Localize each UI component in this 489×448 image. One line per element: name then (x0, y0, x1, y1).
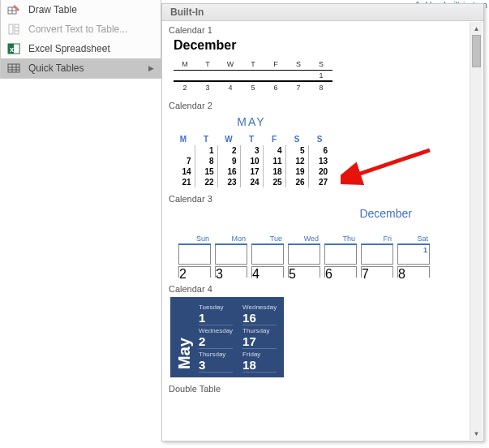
gallery-scrollbar[interactable]: ▲ ▼ (470, 22, 483, 440)
cal2-cell: 18 (263, 166, 285, 177)
cal3-day-column: Mon3 (215, 235, 247, 278)
cal1-cell (287, 71, 310, 82)
cal2-cell: 3 (240, 145, 263, 156)
calendar-2-preview[interactable]: MAY MTWTFSS 1234567891011121314151617181… (172, 115, 477, 187)
calendar-1-preview[interactable]: December MTWTFSS 1 2345678 (174, 38, 477, 93)
cal3-day-box: 3 (215, 266, 247, 278)
cal2-header: W (217, 133, 240, 145)
cal1-cell (219, 71, 242, 82)
scroll-thumb[interactable] (472, 35, 481, 67)
quick-tables-icon (7, 62, 20, 75)
calendar-4-preview[interactable]: May Tuesday1Wednesday2Thursday3 Wednesda… (170, 297, 284, 377)
cal2-header: T (195, 133, 217, 145)
cal3-day-header: Fri (361, 235, 393, 245)
calendar-3-preview[interactable]: December Sun2Mon3Tue4Wed5Thu6Fri7Sat18 (169, 207, 477, 278)
cal3-day-column: Thu6 (324, 235, 357, 278)
double-table-label: Double Table (169, 384, 477, 394)
cal4-day-name: Thursday (199, 351, 233, 358)
cal4-day-name: Wednesday (199, 327, 233, 334)
cal4-day-num: 2 (199, 334, 233, 349)
quick-tables-gallery: Built-In Calendar 1 December MTWTFSS 1 2… (161, 3, 484, 442)
svg-rect-3 (9, 24, 13, 34)
menu-item-convert-text: Convert Text to Table... (1, 19, 161, 39)
calendar-2-label: Calendar 2 (169, 101, 477, 110)
menu-label: Excel Spreadsheet (28, 43, 110, 54)
cal3-day-box (361, 245, 393, 265)
cal2-cell: 15 (195, 166, 217, 177)
menu-item-draw-table[interactable]: Draw Table (1, 0, 161, 19)
cal1-header: T (242, 59, 264, 71)
submenu-arrow-icon: ▶ (148, 64, 154, 72)
cal2-header: F (263, 133, 285, 145)
cal2-cell: 14 (172, 166, 195, 177)
cal1-cell (196, 71, 219, 82)
cal2-cell: 9 (217, 156, 240, 166)
cal4-day-name: Friday (242, 351, 277, 358)
calendar-1-label: Calendar 1 (169, 25, 477, 35)
cal2-cell: 12 (285, 156, 308, 166)
cal2-cell: 2 (217, 145, 240, 156)
cal2-cell: 27 (308, 177, 331, 187)
cal2-cell: 13 (308, 156, 331, 166)
gallery-body: Calendar 1 December MTWTFSS 1 2345678 Ca… (162, 21, 483, 440)
menu-item-quick-tables[interactable]: Quick Tables ▶ (1, 58, 161, 78)
cal3-day-column: Sun2 (178, 235, 211, 278)
cal3-day-column: Fri7 (361, 235, 393, 278)
cal2-cell: 20 (308, 166, 331, 177)
menu-label: Draw Table (28, 4, 77, 15)
cal1-cell: 8 (310, 81, 332, 93)
cal1-cell (242, 71, 264, 82)
cal2-header: T (240, 133, 263, 145)
menu-label: Convert Text to Table... (28, 24, 127, 35)
cal3-day-box: 5 (288, 266, 320, 278)
scroll-up-button[interactable]: ▲ (470, 22, 483, 35)
calendar-4-label: Calendar 4 (169, 284, 477, 294)
cal2-cell: 4 (263, 145, 285, 156)
cal2-cell: 24 (240, 177, 263, 187)
cal1-cell: 6 (264, 81, 287, 93)
cal2-cell: 25 (263, 177, 285, 187)
cal2-table: MTWTFSS 12345678910111213141516171819202… (172, 133, 331, 187)
svg-text:x: x (10, 45, 14, 54)
svg-rect-4 (15, 24, 19, 34)
cal1-cell: 1 (310, 71, 332, 82)
cal2-cell: 22 (195, 177, 217, 187)
cal3-day-box (288, 245, 320, 265)
cal2-cell: 23 (217, 177, 240, 187)
cal2-cell: 10 (240, 156, 263, 166)
cal2-cell: 26 (285, 177, 308, 187)
cal2-cell: 16 (217, 166, 240, 177)
cal4-day-name: Tuesday (199, 304, 233, 311)
cal3-title: December (169, 207, 477, 220)
scroll-down-button[interactable]: ▼ (470, 427, 483, 440)
cal2-cell: 7 (172, 156, 195, 166)
cal3-day-column: Wed5 (288, 235, 320, 278)
cal2-title: MAY (172, 115, 331, 128)
cal2-cell: 17 (240, 166, 263, 177)
cal4-day-name: Thursday (242, 327, 277, 334)
cal3-day-box (178, 245, 211, 265)
cal3-day-box: 1 (397, 245, 430, 265)
cal1-header: S (287, 59, 310, 71)
gallery-section-header: Built-In (162, 4, 483, 21)
table-submenu: Draw Table Convert Text to Table... x Ex… (0, 0, 161, 79)
cal2-cell: 1 (195, 145, 217, 156)
cal2-cell: 19 (285, 166, 308, 177)
cal3-day-box: 7 (361, 266, 393, 278)
cal1-cell (264, 71, 287, 82)
cal2-cell: 11 (263, 156, 285, 166)
calendar-3-label: Calendar 3 (169, 194, 477, 204)
cal4-day-num: 16 (242, 311, 277, 325)
svg-rect-10 (8, 64, 19, 72)
menu-item-excel-spreadsheet[interactable]: x Excel Spreadsheet (1, 39, 161, 58)
menu-label: Quick Tables (28, 62, 84, 74)
cal1-header: W (219, 59, 242, 71)
cal1-cell: 5 (242, 81, 264, 93)
cal2-cell: 21 (172, 177, 195, 187)
cal2-header: M (172, 133, 195, 145)
cal3-day-box (324, 245, 357, 265)
cal4-day-num: 17 (242, 334, 277, 349)
cal4-day-name: Wednesday (242, 304, 277, 311)
cal2-cell: 8 (195, 156, 217, 166)
cal3-day-column: Tue4 (251, 235, 284, 278)
